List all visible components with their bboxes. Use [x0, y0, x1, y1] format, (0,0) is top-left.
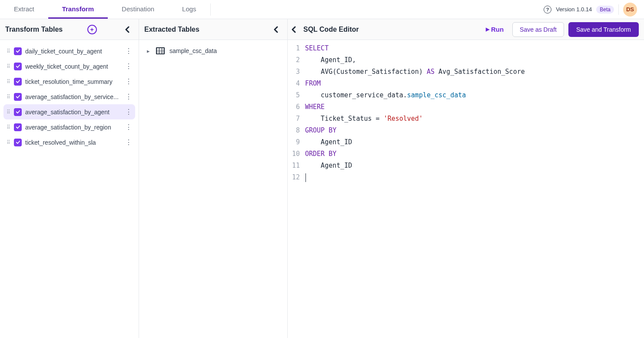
- tab-logs[interactable]: Logs: [168, 0, 210, 19]
- svg-rect-3: [162, 48, 164, 50]
- play-icon: ▶: [486, 27, 489, 32]
- transform-panel-title: Transform Tables: [5, 26, 63, 33]
- transform-table-label: ticket_resolution_time_summary: [25, 78, 121, 85]
- extracted-panel: Extracted Tables ▸sample_csc_data: [139, 19, 288, 338]
- checkbox[interactable]: [14, 47, 22, 55]
- editor-panel: SQL Code Editor ▶Run Save as Draft Save …: [288, 19, 644, 338]
- line-number: 2: [288, 54, 300, 66]
- transform-table-label: average_satisfaction_by_region: [25, 124, 121, 131]
- code-line[interactable]: Agent_ID: [305, 136, 525, 148]
- tab-extract[interactable]: Extract: [0, 0, 48, 19]
- line-number: 12: [288, 172, 300, 183]
- svg-rect-9: [162, 52, 164, 53]
- line-number: 4: [288, 78, 300, 89]
- code-line[interactable]: [305, 172, 525, 183]
- extracted-table-item[interactable]: ▸sample_csc_data: [143, 43, 284, 58]
- main-layout: Transform Tables + ⠿daily_ticket_count_b…: [0, 19, 644, 338]
- code-line[interactable]: Agent_ID: [305, 160, 525, 172]
- code-line[interactable]: FROM: [305, 78, 525, 89]
- transform-table-item[interactable]: ⠿average_satisfaction_by_region⋮: [3, 119, 135, 135]
- checkbox[interactable]: [14, 78, 22, 86]
- code-line[interactable]: customer_service_data.sample_csc_data: [305, 89, 525, 101]
- drag-handle-icon[interactable]: ⠿: [6, 124, 10, 130]
- checkbox[interactable]: [14, 139, 22, 146]
- transform-table-item[interactable]: ⠿weekly_ticket_count_by_agent⋮: [3, 59, 135, 74]
- code-line[interactable]: Agent_ID,: [305, 54, 525, 66]
- editor-actions: ▶Run Save as Draft Save and Transform: [481, 22, 639, 37]
- collapse-editor-button[interactable]: [288, 23, 300, 36]
- checkbox[interactable]: [14, 123, 22, 131]
- code-line[interactable]: ORDER BY: [305, 148, 525, 160]
- tab-separator: [210, 3, 211, 16]
- transform-table-label: weekly_ticket_count_by_agent: [25, 63, 121, 70]
- transform-table-item[interactable]: ⠿average_satisfaction_by_service...⋮: [3, 89, 135, 104]
- svg-rect-6: [162, 50, 164, 52]
- kebab-menu-icon[interactable]: ⋮: [125, 123, 133, 131]
- kebab-menu-icon[interactable]: ⋮: [125, 138, 133, 146]
- transform-table-label: daily_ticket_count_by_agent: [25, 48, 121, 55]
- drag-handle-icon[interactable]: ⠿: [6, 109, 10, 115]
- drag-handle-icon[interactable]: ⠿: [6, 94, 10, 100]
- tab-transform[interactable]: Transform: [48, 0, 108, 19]
- table-icon: [156, 47, 165, 55]
- transform-table-item[interactable]: ⠿ticket_resolved_within_sla⋮: [3, 135, 135, 150]
- save-draft-button[interactable]: Save as Draft: [512, 22, 564, 37]
- run-label: Run: [491, 26, 504, 33]
- kebab-menu-icon[interactable]: ⋮: [125, 108, 133, 116]
- add-table-button[interactable]: +: [87, 25, 97, 34]
- topbar-right: ? Version 1.0.14 Beta DS: [544, 3, 637, 17]
- transform-panel-header: Transform Tables +: [0, 19, 139, 40]
- top-bar: ExtractTransformDestinationLogs ? Versio…: [0, 0, 644, 19]
- line-number: 3: [288, 66, 300, 78]
- transform-table-label: average_satisfaction_by_agent: [25, 109, 121, 116]
- transform-table-item[interactable]: ⠿average_satisfaction_by_agent⋮: [3, 104, 135, 119]
- chevron-left-icon: [125, 26, 130, 33]
- extracted-panel-title: Extracted Tables: [144, 26, 199, 33]
- svg-rect-8: [159, 52, 162, 53]
- code-line[interactable]: AVG(Customer_Satisfaction) AS Avg_Satisf…: [305, 66, 525, 78]
- drag-handle-icon[interactable]: ⠿: [6, 139, 10, 146]
- nav-tabs: ExtractTransformDestinationLogs: [0, 0, 210, 19]
- code-line[interactable]: SELECT: [305, 43, 525, 54]
- kebab-menu-icon[interactable]: ⋮: [125, 77, 133, 86]
- save-transform-button[interactable]: Save and Transform: [568, 22, 639, 37]
- transform-table-label: average_satisfaction_by_service...: [25, 93, 121, 100]
- extracted-panel-header: Extracted Tables: [139, 19, 287, 40]
- drag-handle-icon[interactable]: ⠿: [6, 79, 10, 85]
- code-content[interactable]: SELECT Agent_ID, AVG(Customer_Satisfacti…: [303, 40, 525, 338]
- collapse-transform-button[interactable]: [121, 23, 133, 36]
- text-cursor: [305, 173, 306, 182]
- code-line[interactable]: WHERE: [305, 101, 525, 113]
- drag-handle-icon[interactable]: ⠿: [6, 63, 10, 70]
- line-number: 5: [288, 89, 300, 101]
- kebab-menu-icon[interactable]: ⋮: [125, 62, 133, 70]
- tab-destination[interactable]: Destination: [108, 0, 168, 19]
- code-editor[interactable]: 123456789101112 SELECT Agent_ID, AVG(Cus…: [288, 40, 644, 338]
- line-number: 11: [288, 160, 300, 172]
- line-number: 6: [288, 101, 300, 113]
- extracted-table-label: sample_csc_data: [169, 47, 217, 54]
- checkbox[interactable]: [14, 63, 22, 70]
- drag-handle-icon[interactable]: ⠿: [6, 48, 10, 54]
- line-number: 9: [288, 136, 300, 148]
- help-icon[interactable]: ?: [544, 6, 551, 13]
- chevron-right-icon[interactable]: ▸: [145, 48, 151, 54]
- avatar[interactable]: DS: [623, 3, 637, 17]
- line-number: 10: [288, 148, 300, 160]
- checkbox[interactable]: [14, 108, 22, 116]
- checkbox[interactable]: [14, 93, 22, 101]
- transform-table-label: ticket_resolved_within_sla: [25, 139, 121, 146]
- line-number: 8: [288, 125, 300, 136]
- svg-rect-5: [159, 50, 162, 52]
- run-button[interactable]: ▶Run: [481, 23, 508, 36]
- kebab-menu-icon[interactable]: ⋮: [125, 47, 133, 55]
- code-line[interactable]: GROUP BY: [305, 125, 525, 136]
- transform-table-item[interactable]: ⠿ticket_resolution_time_summary⋮: [3, 74, 135, 89]
- svg-rect-1: [157, 48, 159, 50]
- code-line[interactable]: Ticket_Status = 'Resolved': [305, 113, 525, 125]
- vertical-separator: [618, 4, 619, 15]
- svg-rect-7: [157, 52, 159, 53]
- transform-table-item[interactable]: ⠿daily_ticket_count_by_agent⋮: [3, 43, 135, 59]
- collapse-extracted-button[interactable]: [270, 23, 282, 36]
- kebab-menu-icon[interactable]: ⋮: [125, 93, 133, 101]
